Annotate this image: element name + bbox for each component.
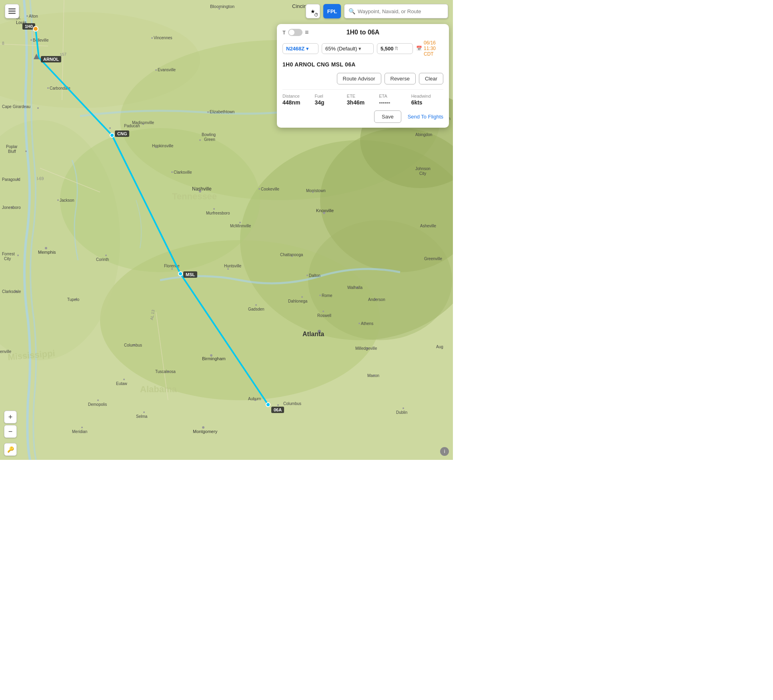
- toolbar-right: ★ ⏱ FPL 🔍: [306, 4, 448, 18]
- bottom-left-controls: 🔑: [4, 443, 17, 456]
- fpl-button[interactable]: FPL: [323, 4, 341, 18]
- svg-text:Rome: Rome: [322, 293, 332, 298]
- svg-rect-148: [8, 13, 16, 14]
- waypoint-ARNOL-triangle: [34, 54, 39, 59]
- route-advisor-button[interactable]: Route Advisor: [337, 73, 381, 84]
- waypoint-1H0-circle[interactable]: [33, 26, 38, 32]
- headwind-label: Headwind: [411, 94, 443, 98]
- zoom-in-button[interactable]: +: [4, 411, 17, 423]
- svg-text:Demopolis: Demopolis: [88, 402, 107, 407]
- svg-text:Madisonville: Madisonville: [132, 120, 154, 125]
- zoom-out-button[interactable]: −: [4, 425, 17, 438]
- svg-text:enville: enville: [0, 349, 12, 354]
- svg-point-87: [319, 295, 321, 296]
- svg-point-72: [45, 247, 47, 249]
- bottom-actions: Save Send To Flights: [282, 110, 443, 123]
- info-icon: i: [444, 449, 445, 454]
- svg-text:Bluff: Bluff: [8, 149, 16, 154]
- fuel-value: 34g: [314, 99, 346, 106]
- svg-point-105: [358, 323, 360, 324]
- svg-point-25: [47, 87, 49, 89]
- search-bar[interactable]: 🔍: [344, 4, 448, 18]
- waypoint-CNG-dot[interactable]: [110, 133, 114, 138]
- svg-text:Clarksdale: Clarksdale: [2, 289, 21, 294]
- waypoint-06A-dot[interactable]: [266, 402, 270, 407]
- datetime-display[interactable]: 📅 06/16 11:30 CDT: [416, 40, 443, 57]
- stat-eta: ETA ------: [379, 94, 411, 106]
- info-button[interactable]: i: [440, 447, 449, 456]
- svg-point-81: [227, 268, 229, 270]
- ete-value: 3h46m: [347, 99, 379, 106]
- svg-text:Tennessee: Tennessee: [172, 191, 217, 201]
- stats-row: Distance 448nm Fuel 34g ETE 3h46m ETA --…: [282, 89, 443, 106]
- svg-point-129: [277, 404, 279, 406]
- svg-text:Alabama: Alabama: [140, 384, 177, 394]
- svg-text:Atlanta: Atlanta: [302, 331, 324, 337]
- svg-text:Meridian: Meridian: [72, 429, 87, 434]
- reverse-button[interactable]: Reverse: [384, 73, 416, 84]
- svg-point-79: [171, 268, 173, 270]
- svg-text:Paragould: Paragould: [2, 177, 20, 182]
- route-actions: Route Advisor Reverse Clear: [282, 73, 443, 84]
- send-to-flights-button[interactable]: Send To Flights: [408, 114, 443, 120]
- power-dropdown-icon: ▾: [358, 46, 361, 52]
- svg-text:Walhalla: Walhalla: [347, 285, 362, 290]
- toggle-switch[interactable]: [288, 29, 302, 36]
- star-timer-button[interactable]: ★ ⏱: [306, 4, 320, 18]
- datetime-value: 06/16 11:30 CDT: [424, 40, 443, 57]
- altitude-value: 5,500: [380, 46, 394, 52]
- svg-text:Dublin: Dublin: [396, 410, 407, 415]
- svg-text:Tupelo: Tupelo: [67, 297, 80, 302]
- svg-text:Columbus: Columbus: [283, 401, 301, 406]
- route-key-button[interactable]: 🔑: [4, 443, 17, 456]
- svg-text:Morristown: Morristown: [306, 189, 326, 193]
- svg-point-45: [25, 150, 27, 152]
- svg-text:Cape Girardeau: Cape Girardeau: [2, 104, 30, 109]
- power-select[interactable]: 65% (Default) ▾: [322, 43, 374, 54]
- waypoint-MSL-dot[interactable]: [178, 271, 183, 276]
- route-panel: T ≡ 1H0 to 06A N2468Z ▾ 65% (Default) ▾ …: [277, 24, 449, 128]
- aircraft-select[interactable]: N2468Z ▾: [282, 43, 318, 54]
- search-icon: 🔍: [348, 8, 355, 14]
- svg-text:Asheville: Asheville: [420, 224, 436, 228]
- svg-text:Belleville: Belleville: [33, 38, 49, 42]
- search-input[interactable]: [358, 8, 444, 14]
- svg-text:Forrest: Forrest: [2, 252, 15, 256]
- svg-text:Vincennes: Vincennes: [154, 36, 172, 40]
- svg-text:Anderson: Anderson: [368, 297, 385, 302]
- svg-text:City: City: [4, 257, 11, 261]
- distance-label: Distance: [282, 94, 314, 98]
- svg-point-119: [143, 411, 145, 413]
- svg-text:Chattanooga: Chattanooga: [280, 253, 303, 257]
- panel-menu-icon[interactable]: ≡: [305, 29, 308, 36]
- layers-button[interactable]: [5, 4, 19, 18]
- panel-toggle-row: T ≡: [282, 29, 308, 36]
- panel-header: T ≡ 1H0 to 06A: [282, 29, 443, 36]
- svg-text:Green: Green: [204, 137, 215, 142]
- svg-text:Jonesboro: Jonesboro: [2, 205, 21, 210]
- svg-text:Huntsville: Huntsville: [224, 264, 242, 268]
- toolbar: ★ ⏱ FPL 🔍: [0, 4, 453, 18]
- svg-text:I-69: I-69: [37, 177, 44, 181]
- altitude-input[interactable]: 5,500 ft: [377, 43, 413, 54]
- svg-rect-146: [8, 8, 16, 10]
- svg-point-55: [213, 208, 215, 210]
- svg-text:Gadsden: Gadsden: [248, 307, 264, 311]
- svg-text:Auburn: Auburn: [248, 397, 261, 401]
- svg-text:Elizabethtown: Elizabethtown: [210, 110, 234, 114]
- svg-text:Evansville: Evansville: [158, 68, 176, 72]
- save-button[interactable]: Save: [374, 110, 401, 123]
- svg-point-117: [123, 379, 125, 380]
- svg-point-52: [199, 139, 201, 141]
- clear-button[interactable]: Clear: [419, 73, 443, 84]
- eta-label: ETA: [379, 94, 411, 98]
- svg-point-125: [202, 426, 204, 429]
- svg-point-97: [322, 311, 324, 312]
- svg-text:McMinnville: McMinnville: [230, 224, 251, 228]
- waypoint-MSL-label: MSL: [183, 271, 197, 278]
- svg-text:City: City: [419, 171, 426, 176]
- svg-point-43: [171, 171, 173, 173]
- toggle-knob: [289, 30, 294, 35]
- svg-text:Montgomery: Montgomery: [193, 429, 218, 434]
- svg-text:Nashville: Nashville: [192, 186, 212, 192]
